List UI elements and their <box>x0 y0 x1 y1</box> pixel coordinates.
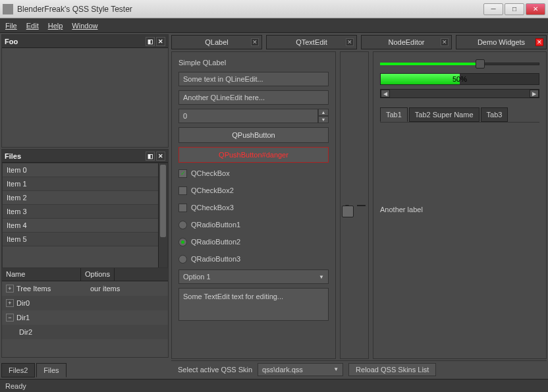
dock-close-icon[interactable]: ✕ <box>156 152 165 161</box>
spin-up-icon[interactable]: ▲ <box>318 109 329 116</box>
tab-nodeeditor[interactable]: NodeEditor✕ <box>361 35 452 49</box>
vertical-scrollbar[interactable] <box>357 205 366 206</box>
subtab-2[interactable]: Tab2 Super Name <box>409 107 480 122</box>
main-tabstrip: QLabel✕ QTextEdit✕ NodeEditor✕ Demo Widg… <box>171 34 547 50</box>
list-item[interactable]: Item 1 <box>3 177 167 191</box>
radio-icon <box>178 221 187 229</box>
dock-files: Files ◧ ✕ Item 0 Item 1 Item 2 Item 3 It… <box>1 149 169 358</box>
progress-bar: 50% <box>380 73 539 85</box>
horizontal-scrollbar[interactable]: ◀ ▶ <box>380 89 539 98</box>
slider-thumb[interactable] <box>342 206 354 217</box>
menubar: File Edit Help Window <box>0 18 548 33</box>
tree-row[interactable]: + Dir0 <box>2 296 168 310</box>
textedit[interactable]: Some TextEdit text for editing... <box>178 288 329 321</box>
combobox[interactable]: Option 1▼ <box>178 269 329 284</box>
radio-2[interactable]: QRadioButton2 <box>178 235 329 248</box>
list-item[interactable]: Item 0 <box>3 163 167 177</box>
tree-toggle-icon[interactable]: + <box>6 285 14 293</box>
subtab-3[interactable]: Tab3 <box>481 107 508 122</box>
list-item[interactable]: Item 2 <box>3 191 167 205</box>
skin-combobox[interactable]: qss\dark.qss▼ <box>258 363 343 376</box>
tab-files2[interactable]: Files2 <box>1 363 35 378</box>
dock-float-icon[interactable]: ◧ <box>146 152 155 161</box>
lineedit-1[interactable]: Some text in QLineEdit... <box>178 72 329 86</box>
checkbox-icon <box>178 186 187 195</box>
tree-header: Name Options <box>2 268 168 281</box>
dock-foo-title: Foo <box>5 38 18 45</box>
tab-demo-widgets[interactable]: Demo Widgets✕ <box>456 35 547 49</box>
tree-row[interactable]: + Tree Items our items <box>2 281 168 296</box>
dock-files-title: Files <box>5 152 21 160</box>
pushbutton-danger[interactable]: QPushButton#danger <box>178 147 329 163</box>
chevron-down-icon: ▼ <box>319 274 324 280</box>
tab-close-icon[interactable]: ✕ <box>441 38 449 46</box>
radio-icon <box>178 238 187 246</box>
menu-window[interactable]: Window <box>72 22 97 30</box>
checkbox-icon: ✓ <box>178 169 187 178</box>
simple-qlabel: Simple QLabel <box>178 59 329 67</box>
checkbox-1[interactable]: ✓QCheckBox <box>178 167 329 180</box>
list-item[interactable]: Item 3 <box>3 205 167 219</box>
scroll-right-icon[interactable]: ▶ <box>530 90 539 98</box>
vertical-slider[interactable] <box>345 205 349 206</box>
tree-toggle-icon[interactable]: − <box>6 314 14 322</box>
lineedit-2[interactable]: Another QLineEdit here... <box>178 90 329 105</box>
radio-3[interactable]: QRadioButton3 <box>178 252 329 266</box>
another-label: Another label <box>380 206 539 213</box>
menu-help[interactable]: Help <box>48 22 63 30</box>
tree-toggle-icon[interactable]: + <box>6 299 14 307</box>
scroll-left-icon[interactable]: ◀ <box>381 90 390 98</box>
files-listbox[interactable]: Item 0 Item 1 Item 2 Item 3 Item 4 Item … <box>2 163 168 268</box>
status-bar: Ready <box>0 379 548 392</box>
window-titlebar: BlenderFreak's QSS Style Tester ─ □ ✕ <box>0 0 548 18</box>
status-text: Ready <box>5 382 26 390</box>
checkbox-3[interactable]: QCheckBox3 <box>178 201 329 214</box>
tree-row[interactable]: − Dir1 <box>2 310 168 325</box>
tab-close-icon[interactable]: ✕ <box>346 38 354 46</box>
tree-row[interactable]: Dir2 <box>2 325 168 339</box>
dock-float-icon[interactable]: ◧ <box>146 37 155 46</box>
radio-icon <box>178 255 187 264</box>
minimize-button[interactable]: ─ <box>483 3 503 15</box>
tree-view[interactable]: + Tree Items our items + Dir0 − Dir1 Dir… <box>2 281 168 339</box>
tree-col-options[interactable]: Options <box>81 268 115 281</box>
tree-col-name[interactable]: Name <box>2 268 81 281</box>
tab-files[interactable]: Files <box>36 363 66 378</box>
demo-panel: 50% ◀ ▶ Tab1 Tab2 Super Name Tab3 Anothe… <box>373 51 547 359</box>
menu-file[interactable]: File <box>5 22 17 30</box>
left-bottom-tabs: Files2 Files <box>1 362 169 378</box>
radio-1[interactable]: QRadioButton1 <box>178 218 329 231</box>
tab-close-icon[interactable]: ✕ <box>251 38 259 46</box>
list-item[interactable]: Item 4 <box>3 219 167 233</box>
chevron-down-icon: ▼ <box>333 366 339 372</box>
pushbutton[interactable]: QPushButton <box>178 127 329 143</box>
slider-panel <box>340 51 369 359</box>
list-scrollbar[interactable] <box>158 163 167 267</box>
tab-close-icon[interactable]: ✕ <box>535 38 543 46</box>
app-icon <box>3 4 13 14</box>
maximize-button[interactable]: □ <box>505 3 524 15</box>
close-button[interactable]: ✕ <box>526 3 545 15</box>
reload-skins-button[interactable]: Reload QSS Skins List <box>348 363 436 376</box>
tab-qlabel[interactable]: QLabel✕ <box>171 35 262 49</box>
subtab-1[interactable]: Tab1 <box>380 107 408 122</box>
horizontal-slider[interactable] <box>380 59 539 69</box>
checkbox-2[interactable]: QCheckBox2 <box>178 184 329 197</box>
menu-edit[interactable]: Edit <box>26 22 39 30</box>
dock-close-icon[interactable]: ✕ <box>156 37 165 46</box>
slider-thumb[interactable] <box>476 59 485 69</box>
spin-down-icon[interactable]: ▼ <box>318 116 329 123</box>
bottom-bar: Select active QSS Skin qss\dark.qss▼ Rel… <box>171 360 547 378</box>
sub-tabs: Tab1 Tab2 Super Name Tab3 <box>380 107 539 123</box>
spinbox[interactable]: 0 ▲▼ <box>178 109 329 123</box>
checkbox-icon <box>178 204 187 212</box>
dock-foo: Foo ◧ ✕ <box>1 34 169 148</box>
form-panel: Simple QLabel Some text in QLineEdit... … <box>171 51 336 359</box>
list-item[interactable]: Item 5 <box>3 233 167 246</box>
tab-qtextedit[interactable]: QTextEdit✕ <box>266 35 357 49</box>
window-title: BlenderFreak's QSS Style Tester <box>17 5 483 14</box>
skin-label: Select active QSS Skin <box>178 366 252 374</box>
